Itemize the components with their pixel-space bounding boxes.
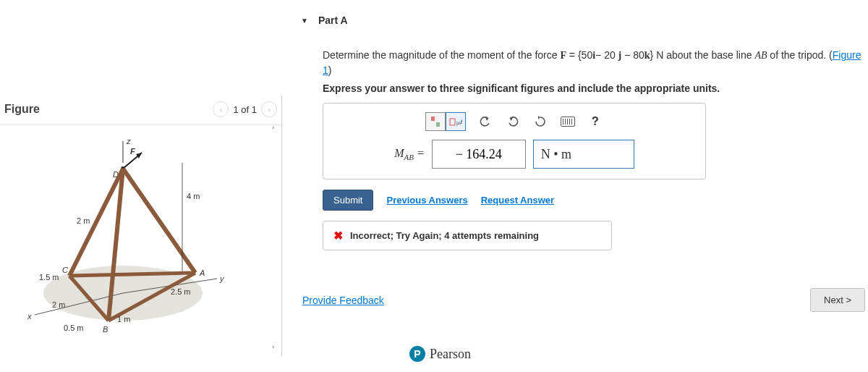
undo-icon xyxy=(479,116,492,127)
axis-y-label: y xyxy=(219,274,225,283)
answer-toolbar: μÅ ? xyxy=(335,112,694,131)
dim-cd: 2 m xyxy=(77,216,90,225)
dim-xa: 1.5 m xyxy=(39,273,59,282)
feedback-text: Incorrect; Try Again; 4 attempts remaini… xyxy=(350,230,539,241)
bottom-row: Provide Feedback Next > xyxy=(301,288,865,312)
answer-label: MAB = xyxy=(394,147,425,161)
keyboard-icon xyxy=(561,117,575,127)
template-group: μÅ xyxy=(425,112,466,131)
pearson-brand: Pearson xyxy=(430,347,471,362)
pearson-logo-icon: P xyxy=(409,346,425,362)
answer-row: MAB = N • m xyxy=(335,140,694,169)
figure-title: Figure xyxy=(4,103,40,116)
caret-down-icon: ▼ xyxy=(301,17,308,25)
svg-text:μÅ: μÅ xyxy=(456,119,462,126)
figure-nav: ‹ 1 of 1 › xyxy=(213,101,277,117)
dim-xb: 2 m xyxy=(52,300,65,309)
figure-counter: 1 of 1 xyxy=(233,104,257,115)
submit-button[interactable]: Submit xyxy=(323,190,373,211)
main-content: ▼ Part A Determine the magnitude of the … xyxy=(301,7,865,250)
reset-button[interactable] xyxy=(532,114,548,129)
keyboard-button[interactable] xyxy=(560,114,576,129)
scroll-down-icon: ˅ xyxy=(271,345,276,355)
figure-next-button[interactable]: › xyxy=(261,101,277,117)
template-fraction-button[interactable] xyxy=(425,112,446,131)
answer-units-input[interactable]: N • m xyxy=(533,140,634,169)
dim-ob: 0.5 m xyxy=(64,324,84,332)
label-f: F xyxy=(130,147,135,156)
previous-answers-link[interactable]: Previous Answers xyxy=(386,195,467,206)
question-text: Determine the magnitude of the moment of… xyxy=(323,48,865,78)
dim-height: 4 m xyxy=(187,192,200,200)
redo-button[interactable] xyxy=(505,114,521,129)
label-b: B xyxy=(103,325,108,334)
incorrect-icon: ✖ xyxy=(333,229,343,242)
figure-prev-button[interactable]: ‹ xyxy=(213,101,229,117)
dim-oa: 2.5 m xyxy=(171,287,191,296)
part-header[interactable]: ▼ Part A xyxy=(301,7,865,33)
template-units-button[interactable]: μÅ xyxy=(446,112,466,131)
figure-header: Figure ‹ 1 of 1 › xyxy=(0,96,281,125)
request-answer-link[interactable]: Request Answer xyxy=(481,195,554,206)
axis-x-label: x xyxy=(27,312,32,321)
pearson-footer: P Pearson xyxy=(409,346,471,362)
actions-row: Submit Previous Answers Request Answer xyxy=(323,190,865,211)
svg-rect-16 xyxy=(450,119,455,125)
instruction-text: Express your answer to three significant… xyxy=(323,83,865,94)
label-a: A xyxy=(199,269,205,277)
reset-icon xyxy=(534,116,547,127)
undo-button[interactable] xyxy=(477,114,493,129)
next-button[interactable]: Next > xyxy=(810,288,865,312)
help-button[interactable]: ? xyxy=(587,114,603,130)
svg-marker-20 xyxy=(538,116,540,119)
provide-feedback-link[interactable]: Provide Feedback xyxy=(302,295,384,306)
figure-scrollbar[interactable]: ˄ ˅ xyxy=(267,126,280,355)
feedback-box: ✖ Incorrect; Try Again; 4 attempts remai… xyxy=(323,221,612,250)
dim-ba: 1 m xyxy=(117,315,130,324)
answer-box: μÅ ? MAB = N • m xyxy=(323,103,706,179)
scroll-up-icon: ˄ xyxy=(271,126,276,135)
answer-value-input[interactable] xyxy=(432,140,526,169)
redo-icon xyxy=(506,116,519,127)
svg-rect-15 xyxy=(436,122,440,127)
axis-z-label: z xyxy=(126,137,131,145)
figure-image: z y x D F C A B 4 m xyxy=(0,134,246,344)
svg-line-8 xyxy=(123,169,195,273)
svg-rect-14 xyxy=(431,117,435,121)
part-title: Part A xyxy=(318,14,348,26)
label-c: C xyxy=(62,266,68,274)
figure-panel: Figure ‹ 1 of 1 › z y x D F xyxy=(0,96,282,356)
